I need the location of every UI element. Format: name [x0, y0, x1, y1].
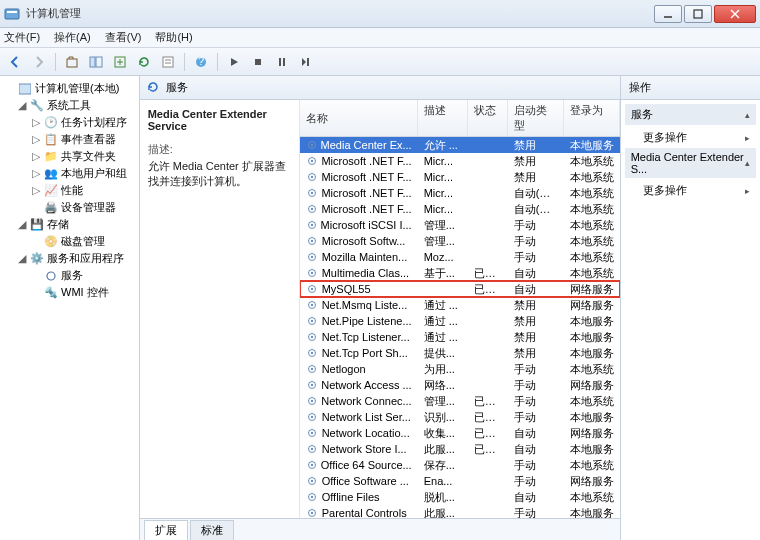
refresh-button[interactable]	[133, 51, 155, 73]
service-row[interactable]: Network Store I...此服...已启动自动本地服务	[300, 441, 620, 457]
twisty-icon[interactable]: ◢	[16, 218, 27, 231]
tree-event-viewer[interactable]: ▷📋事件查看器	[2, 131, 137, 148]
restart-service-button[interactable]	[295, 51, 317, 73]
service-logon: 网络服务	[564, 426, 620, 441]
service-row[interactable]: Multimedia Clas...基于...已启动自动本地系统	[300, 265, 620, 281]
twisty-icon[interactable]: ▷	[30, 184, 41, 197]
pause-service-button[interactable]	[271, 51, 293, 73]
service-row[interactable]: Microsoft .NET F...Micr...自动(延迟...本地系统	[300, 201, 620, 217]
export-button[interactable]	[109, 51, 131, 73]
twisty-icon[interactable]: ◢	[16, 99, 27, 112]
menu-action[interactable]: 操作(A)	[54, 30, 91, 45]
service-row[interactable]: Microsoft .NET F...Micr...禁用本地系统	[300, 153, 620, 169]
svg-rect-17	[279, 58, 281, 66]
action-group-services[interactable]: 服务▴	[625, 104, 756, 125]
service-row[interactable]: Net.Tcp Listener...通过 ...禁用本地服务	[300, 329, 620, 345]
service-name: Microsoft .NET F...	[321, 187, 411, 199]
tree-root[interactable]: 计算机管理(本地)	[2, 80, 137, 97]
service-row[interactable]: Microsoft .NET F...Micr...禁用本地系统	[300, 169, 620, 185]
service-name: Office 64 Source...	[321, 459, 412, 471]
col-name[interactable]: 名称	[300, 100, 418, 136]
window-title: 计算机管理	[26, 6, 652, 21]
service-row[interactable]: Network Locatio...收集...已启动自动网络服务	[300, 425, 620, 441]
service-name: Net.Msmq Liste...	[322, 299, 408, 311]
service-startup: 禁用	[508, 298, 564, 313]
action-group-selected[interactable]: Media Center Extender S...▴	[625, 148, 756, 178]
col-startup[interactable]: 启动类型	[508, 100, 564, 136]
service-row[interactable]: Office 64 Source...保存...手动本地系统	[300, 457, 620, 473]
menu-help[interactable]: 帮助(H)	[155, 30, 192, 45]
action-more-1[interactable]: 更多操作▸	[625, 127, 756, 148]
services-list[interactable]: 名称 描述 状态 启动类型 登录为 Media Center Ex...允许 .…	[300, 100, 620, 518]
svg-rect-18	[283, 58, 285, 66]
twisty-icon[interactable]: ▷	[30, 167, 41, 180]
service-desc: Micr...	[418, 187, 468, 199]
service-row[interactable]: Office Software ...Ena...手动网络服务	[300, 473, 620, 489]
twisty-icon[interactable]: ▷	[30, 150, 41, 163]
properties-button[interactable]	[157, 51, 179, 73]
service-logon: 本地系统	[564, 218, 620, 233]
service-row[interactable]: Microsoft .NET F...Micr...自动(延迟...本地系统	[300, 185, 620, 201]
start-service-button[interactable]	[223, 51, 245, 73]
tree-storage[interactable]: ◢💾存储	[2, 216, 137, 233]
tree-task-scheduler[interactable]: ▷🕑任务计划程序	[2, 114, 137, 131]
tabs: 扩展 标准	[140, 518, 620, 540]
menubar: 文件(F) 操作(A) 查看(V) 帮助(H)	[0, 28, 760, 48]
maximize-button[interactable]	[684, 5, 712, 23]
service-row[interactable]: Network Access ...网络...手动网络服务	[300, 377, 620, 393]
center-header: 服务	[140, 76, 620, 100]
service-startup: 禁用	[508, 138, 564, 153]
forward-button[interactable]	[28, 51, 50, 73]
tree-wmi[interactable]: 🔩WMI 控件	[2, 284, 137, 301]
tree-local-users[interactable]: ▷👥本地用户和组	[2, 165, 137, 182]
service-row[interactable]: Net.Tcp Port Sh...提供...禁用本地服务	[300, 345, 620, 361]
service-row[interactable]: Mozilla Mainten...Moz...手动本地系统	[300, 249, 620, 265]
tree-device-manager[interactable]: 🖨️设备管理器	[2, 199, 137, 216]
help-button[interactable]: ?	[190, 51, 212, 73]
col-logon[interactable]: 登录为	[564, 100, 620, 136]
service-status: 已启动	[468, 282, 508, 297]
service-row[interactable]: Net.Pipe Listene...通过 ...禁用本地服务	[300, 313, 620, 329]
tree-pane[interactable]: 计算机管理(本地) ◢🔧系统工具 ▷🕑任务计划程序 ▷📋事件查看器 ▷📁共享文件…	[0, 76, 140, 540]
service-row[interactable]: Media Center Ex...允许 ...禁用本地服务	[300, 137, 620, 153]
service-row[interactable]: Parental Controls此服...手动本地服务	[300, 505, 620, 518]
service-row[interactable]: Network Connec...管理...已启动手动本地系统	[300, 393, 620, 409]
up-button[interactable]	[61, 51, 83, 73]
chevron-right-icon: ▸	[745, 186, 750, 196]
menu-view[interactable]: 查看(V)	[105, 30, 142, 45]
tree-shared-folders[interactable]: ▷📁共享文件夹	[2, 148, 137, 165]
service-row[interactable]: Microsoft iSCSI I...管理...手动本地系统	[300, 217, 620, 233]
action-more-2[interactable]: 更多操作▸	[625, 180, 756, 201]
service-row[interactable]: Net.Msmq Liste...通过 ...禁用网络服务	[300, 297, 620, 313]
back-button[interactable]	[4, 51, 26, 73]
twisty-icon[interactable]: ◢	[16, 252, 27, 265]
tree-services[interactable]: 服务	[2, 267, 137, 284]
tree-system-tools[interactable]: ◢🔧系统工具	[2, 97, 137, 114]
service-row[interactable]: MySQL55已启动自动网络服务	[300, 281, 620, 297]
tree-services-apps[interactable]: ◢⚙️服务和应用程序	[2, 250, 137, 267]
service-name: Microsoft Softw...	[322, 235, 406, 247]
tab-standard[interactable]: 标准	[190, 520, 234, 540]
menu-file[interactable]: 文件(F)	[4, 30, 40, 45]
svg-rect-21	[19, 84, 31, 94]
service-row[interactable]: Netlogon为用...手动本地系统	[300, 361, 620, 377]
tab-extended[interactable]: 扩展	[144, 520, 188, 540]
gear-icon	[306, 219, 319, 231]
show-hide-tree-button[interactable]	[85, 51, 107, 73]
service-row[interactable]: Network List Ser...识别...已启动手动本地服务	[300, 409, 620, 425]
service-row[interactable]: Offline Files脱机...自动本地系统	[300, 489, 620, 505]
svg-rect-6	[67, 59, 77, 67]
service-row[interactable]: Microsoft Softw...管理...手动本地系统	[300, 233, 620, 249]
twisty-icon[interactable]: ▷	[30, 133, 41, 146]
stop-service-button[interactable]	[247, 51, 269, 73]
svg-rect-1	[7, 11, 17, 13]
minimize-button[interactable]	[654, 5, 682, 23]
close-button[interactable]	[714, 5, 756, 23]
tree-performance[interactable]: ▷📈性能	[2, 182, 137, 199]
refresh-icon[interactable]	[146, 80, 160, 96]
tree-disk-mgmt[interactable]: 📀磁盘管理	[2, 233, 137, 250]
col-desc[interactable]: 描述	[418, 100, 468, 136]
col-status[interactable]: 状态	[468, 100, 508, 136]
gear-icon	[306, 427, 320, 439]
twisty-icon[interactable]: ▷	[30, 116, 41, 129]
